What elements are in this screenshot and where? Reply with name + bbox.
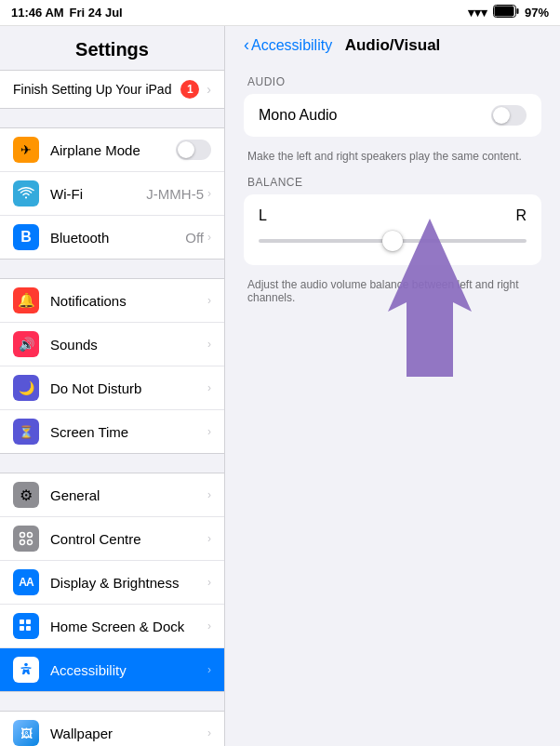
general-label: General	[50, 487, 207, 503]
setup-banner[interactable]: Finish Setting Up Your iPad 1 ›	[0, 70, 224, 109]
donotdisturb-icon: 🌙	[13, 375, 39, 401]
homescreen-label: Home Screen & Dock	[50, 619, 207, 634]
sounds-label: Sounds	[50, 337, 207, 353]
accessibility-icon	[13, 657, 39, 683]
homescreen-icon	[13, 613, 39, 639]
bluetooth-chevron: ›	[207, 231, 211, 244]
screentime-icon: ⏳	[13, 419, 39, 445]
mono-audio-toggle[interactable]	[491, 105, 527, 126]
sidebar-item-general[interactable]: ⚙ General ›	[0, 473, 224, 517]
svg-point-6	[20, 540, 25, 545]
setup-text: Finish Setting Up Your iPad	[13, 82, 180, 97]
display-chevron: ›	[207, 576, 211, 589]
bluetooth-value: Off	[185, 230, 204, 246]
sidebar-item-bluetooth[interactable]: B Bluetooth Off ›	[0, 216, 224, 259]
accessibility-chevron: ›	[207, 663, 211, 676]
sidebar-item-sounds[interactable]: 🔊 Sounds ›	[0, 323, 224, 366]
content-body: AUDIO Mono Audio Make the left and right…	[225, 60, 560, 332]
battery-icon	[493, 5, 519, 20]
svg-rect-9	[26, 619, 31, 624]
general-chevron: ›	[207, 488, 211, 501]
content-header: ‹ Accessibility Audio/Visual	[225, 26, 560, 60]
sidebar-section-personal: 🖼 Wallpaper › Siri & Search ›	[0, 711, 224, 746]
wallpaper-chevron: ›	[207, 726, 211, 739]
svg-point-5	[28, 533, 33, 538]
content-page-title: Audio/Visual	[345, 36, 441, 55]
audio-card: Mono Audio	[244, 94, 541, 137]
wallpaper-icon: 🖼	[13, 720, 39, 746]
wifi-chevron: ›	[207, 187, 211, 200]
date: Fri 24 Jul	[70, 6, 123, 20]
back-chevron-icon: ‹	[244, 35, 249, 55]
status-bar-left: 11:46 AM Fri 24 Jul	[11, 6, 123, 20]
wifi-value: J-MMH-5	[146, 186, 204, 202]
homescreen-chevron: ›	[207, 619, 211, 633]
audio-description: Make the left and right speakers play th…	[244, 144, 541, 176]
back-button[interactable]: ‹ Accessibility	[244, 35, 332, 55]
sidebar-item-donotdisturb[interactable]: 🌙 Do Not Disturb ›	[0, 366, 224, 410]
bluetooth-icon: B	[13, 224, 39, 250]
balance-description: Adjust the audio volume balance between …	[244, 273, 541, 317]
display-icon: AA	[13, 569, 39, 595]
sidebar: Settings Finish Setting Up Your iPad 1 ›…	[0, 26, 225, 746]
screentime-label: Screen Time	[50, 424, 207, 440]
sidebar-item-accessibility[interactable]: Accessibility ›	[0, 648, 224, 691]
sidebar-section-system: 🔔 Notifications › 🔊 Sounds › 🌙 Do Not Di…	[0, 278, 224, 454]
sounds-chevron: ›	[207, 338, 211, 351]
balance-slider-thumb[interactable]	[382, 231, 403, 251]
sidebar-item-airplane[interactable]: ✈ Airplane Mode	[0, 128, 224, 172]
controlcentre-label: Control Centre	[50, 531, 207, 547]
airplane-label: Airplane Mode	[50, 142, 176, 158]
back-label[interactable]: Accessibility	[251, 37, 332, 54]
general-icon: ⚙	[13, 482, 39, 508]
airplane-icon: ✈	[13, 137, 39, 163]
svg-rect-8	[20, 619, 24, 624]
balance-r-label: R	[515, 207, 527, 224]
sidebar-item-homescreen[interactable]: Home Screen & Dock ›	[0, 605, 224, 648]
status-bar: 11:46 AM Fri 24 Jul ▾▾▾ 97%	[0, 0, 560, 26]
controlcentre-icon	[13, 526, 39, 552]
display-label: Display & Brightness	[50, 575, 207, 591]
setup-badge: 1	[180, 80, 199, 99]
sidebar-item-display[interactable]: AA Display & Brightness ›	[0, 561, 224, 605]
sidebar-item-wifi[interactable]: Wi-Fi J-MMH-5 ›	[0, 172, 224, 216]
donotdisturb-chevron: ›	[207, 381, 211, 394]
wallpaper-label: Wallpaper	[50, 726, 207, 741]
balance-l-label: L	[259, 207, 267, 224]
svg-rect-10	[20, 626, 24, 631]
content-panel: ‹ Accessibility Audio/Visual AUDIO Mono …	[225, 26, 560, 746]
sidebar-item-screentime[interactable]: ⏳ Screen Time ›	[0, 410, 224, 453]
sidebar-item-notifications[interactable]: 🔔 Notifications ›	[0, 279, 224, 323]
donotdisturb-label: Do Not Disturb	[50, 380, 207, 396]
notifications-label: Notifications	[50, 293, 207, 309]
wifi-sidebar-icon	[13, 180, 39, 206]
main-layout: Settings Finish Setting Up Your iPad 1 ›…	[0, 26, 560, 746]
svg-rect-1	[494, 7, 513, 17]
svg-point-12	[24, 663, 28, 667]
accessibility-label: Accessibility	[50, 662, 207, 678]
svg-point-3	[25, 197, 27, 199]
balance-slider-track[interactable]	[259, 239, 527, 243]
battery-percent: 97%	[525, 6, 549, 20]
svg-point-7	[28, 540, 33, 545]
sounds-icon: 🔊	[13, 331, 39, 357]
screentime-chevron: ›	[207, 425, 211, 438]
sidebar-section-connectivity: ✈ Airplane Mode Wi-Fi J-MMH-5 ›	[0, 127, 224, 260]
wifi-icon: ▾▾▾	[468, 6, 487, 20]
mono-audio-label: Mono Audio	[259, 107, 491, 124]
wifi-label: Wi-Fi	[50, 186, 146, 202]
mono-audio-row[interactable]: Mono Audio	[244, 94, 541, 137]
airplane-toggle[interactable]	[176, 140, 211, 160]
svg-rect-2	[516, 8, 518, 14]
balance-section-label: BALANCE	[244, 176, 541, 189]
bluetooth-label: Bluetooth	[50, 230, 185, 246]
sidebar-item-wallpaper[interactable]: 🖼 Wallpaper ›	[0, 712, 224, 746]
sidebar-item-controlcentre[interactable]: Control Centre ›	[0, 517, 224, 561]
sidebar-section-prefs: ⚙ General › Control Centre › AA	[0, 473, 224, 692]
svg-point-4	[20, 533, 25, 538]
svg-rect-11	[26, 626, 31, 631]
audio-section-label: AUDIO	[244, 75, 541, 88]
controlcentre-chevron: ›	[207, 532, 211, 545]
setup-chevron: ›	[207, 82, 211, 97]
sidebar-title: Settings	[0, 26, 224, 70]
